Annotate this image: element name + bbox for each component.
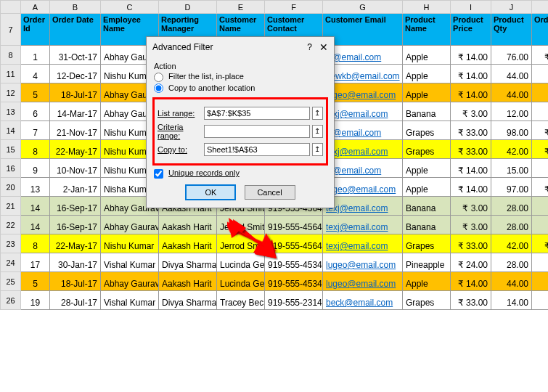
cell-B[interactable]: 2-Jan-17 (50, 178, 101, 197)
cell-H[interactable]: Apple (403, 159, 451, 178)
cell-H[interactable]: Apple (403, 272, 451, 291)
cell-B[interactable]: 18-Jul-17 (50, 272, 101, 291)
cell-B[interactable]: 28-Jul-17 (50, 291, 101, 310)
cell-K[interactable]: ₹ 1,064.00 (532, 46, 549, 65)
cell-I[interactable]: ₹ 3.00 (451, 197, 491, 216)
cell-F[interactable]: 919-555-2314 (265, 291, 323, 310)
cell-H[interactable]: Apple (403, 65, 451, 83)
cell-E[interactable]: Jerrod Smith (217, 234, 265, 253)
cell-K[interactable]: ₹ 672.00 (532, 253, 549, 272)
cell-K[interactable]: ₹ 210.00 (532, 159, 549, 178)
cell-A[interactable]: 8 (21, 140, 50, 159)
cell-J[interactable]: 12.00 (491, 102, 532, 121)
cell-B[interactable]: 16-Sep-17 (50, 216, 101, 234)
cell-A[interactable]: 6 (21, 102, 50, 121)
cancel-button[interactable]: Cancel (245, 185, 295, 200)
row-hdr-16[interactable]: 16 (1, 159, 21, 178)
cell-A[interactable]: 5 (21, 272, 50, 291)
cell-H[interactable]: Apple (403, 83, 451, 102)
cell-J[interactable]: 28.00 (491, 197, 532, 216)
cell-J[interactable]: 28.00 (491, 253, 532, 272)
cell-B[interactable]: 22-May-17 (50, 234, 101, 253)
help-icon[interactable]: ? (307, 42, 312, 52)
cell-F[interactable]: 919-555-4564 (265, 216, 323, 234)
row-hdr-12[interactable]: 12 (1, 83, 21, 102)
hdr-customer-email[interactable]: Customer Email (323, 14, 403, 46)
cell-B[interactable]: 31-Oct-17 (50, 46, 101, 65)
cell-G[interactable]: lo@email.com (323, 46, 403, 65)
criteria-range-picker-icon[interactable]: ↥ (312, 125, 323, 138)
row-hdr-15[interactable]: 15 (1, 140, 21, 159)
row-hdr-11[interactable]: 11 (1, 65, 21, 83)
cell-I[interactable]: ₹ 14.00 (451, 65, 491, 83)
radio-copy-another[interactable]: Copy to another location (154, 83, 327, 94)
hdr-product-name[interactable]: Product Name (403, 14, 451, 46)
cell-G[interactable]: lo@email.com (323, 121, 403, 140)
cell-H[interactable]: Grapes (403, 234, 451, 253)
cell-I[interactable]: ₹ 33.00 (451, 234, 491, 253)
cell-B[interactable]: 21-Nov-17 (50, 121, 101, 140)
cell-A[interactable]: 14 (21, 197, 50, 216)
cell-C[interactable]: Abhay Gaurav (101, 272, 159, 291)
row-hdr-25[interactable]: 25 (1, 272, 21, 291)
cell-K[interactable]: ₹ 36.00 (532, 102, 549, 121)
cell-J[interactable]: 15.00 (491, 159, 532, 178)
cell-B[interactable]: 16-Sep-17 (50, 197, 101, 216)
cell-J[interactable]: 98.00 (491, 121, 532, 140)
cell-H[interactable]: Banana (403, 197, 451, 216)
cell-F[interactable]: 919-555-4534 (265, 272, 323, 291)
cell-K[interactable]: ₹ 3,234.00 (532, 121, 549, 140)
cell-B[interactable]: 14-Mar-17 (50, 102, 101, 121)
cell-I[interactable]: ₹ 33.00 (451, 121, 491, 140)
cell-F[interactable]: 919-555-4534 (265, 253, 323, 272)
cell-G[interactable]: lugeo@email.com (323, 178, 403, 197)
col-G[interactable]: G (323, 1, 403, 14)
close-icon[interactable]: ✕ (319, 41, 328, 53)
col-J[interactable]: J (491, 1, 532, 14)
cell-C[interactable]: Vishal Kumar (101, 291, 159, 310)
hdr-order-id[interactable]: Order Id (21, 14, 50, 46)
row-hdr-22[interactable]: 22 (1, 216, 21, 234)
col-C[interactable]: C (101, 1, 159, 14)
radio-filter-in-place-input[interactable] (154, 73, 163, 82)
cell-K[interactable]: ₹ 84.00 (532, 216, 549, 234)
cell-I[interactable]: ₹ 3.00 (451, 102, 491, 121)
row-hdr-20[interactable]: 20 (1, 178, 21, 197)
cell-I[interactable]: ₹ 14.00 (451, 159, 491, 178)
cell-G[interactable]: texj@email.com (323, 216, 403, 234)
cell-J[interactable]: 76.00 (491, 46, 532, 65)
cell-J[interactable]: 44.00 (491, 83, 532, 102)
cell-K[interactable]: ₹ 616.00 (532, 83, 549, 102)
hdr-order-date[interactable]: Order Date (50, 14, 101, 46)
cell-I[interactable]: ₹ 14.00 (451, 46, 491, 65)
cell-J[interactable]: 44.00 (491, 65, 532, 83)
cell-K[interactable]: ₹ 1,358.00 (532, 178, 549, 197)
cell-D[interactable]: Aakash Harit (159, 272, 217, 291)
cell-A[interactable]: 14 (21, 216, 50, 234)
cell-K[interactable]: ₹ 616.00 (532, 65, 549, 83)
dialog-titlebar[interactable]: Advanced Filter ? ✕ (147, 37, 334, 57)
cell-K[interactable]: ₹ 462.00 (532, 291, 549, 310)
cell-I[interactable]: ₹ 3.00 (451, 216, 491, 234)
cell-J[interactable]: 97.00 (491, 178, 532, 197)
cell-K[interactable]: ₹ 84.00 (532, 197, 549, 216)
hdr-product-price[interactable]: Product Price (451, 14, 491, 46)
cell-A[interactable]: 5 (21, 83, 50, 102)
cell-A[interactable]: 9 (21, 159, 50, 178)
cell-H[interactable]: Grapes (403, 291, 451, 310)
cell-E[interactable]: Lucinda George (217, 272, 265, 291)
cell-A[interactable]: 1 (21, 46, 50, 65)
cell-K[interactable]: ₹ 1,386.00 (532, 234, 549, 253)
cell-H[interactable]: Grapes (403, 140, 451, 159)
cell-J[interactable]: 14.00 (491, 291, 532, 310)
cell-J[interactable]: 28.00 (491, 216, 532, 234)
cell-J[interactable]: 42.00 (491, 140, 532, 159)
cell-J[interactable]: 44.00 (491, 272, 532, 291)
radio-copy-another-input[interactable] (154, 83, 163, 93)
cell-G[interactable]: texj@email.com (323, 102, 403, 121)
hdr-order-total[interactable]: Order Total (532, 14, 549, 46)
cell-C[interactable]: Vishal Kumar (101, 253, 159, 272)
cell-D[interactable]: Divya Sharma (159, 253, 217, 272)
cell-H[interactable]: Banana (403, 216, 451, 234)
cell-A[interactable]: 7 (21, 121, 50, 140)
